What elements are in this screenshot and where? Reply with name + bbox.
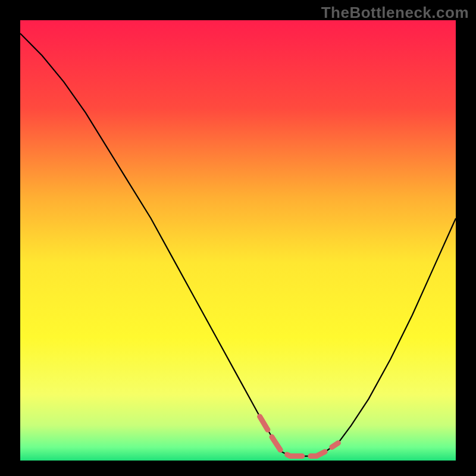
watermark-label: TheBottleneck.com bbox=[321, 4, 469, 22]
bottleneck-chart bbox=[0, 0, 476, 476]
chart-frame: TheBottleneck.com bbox=[0, 0, 476, 476]
plot-background bbox=[20, 20, 456, 461]
